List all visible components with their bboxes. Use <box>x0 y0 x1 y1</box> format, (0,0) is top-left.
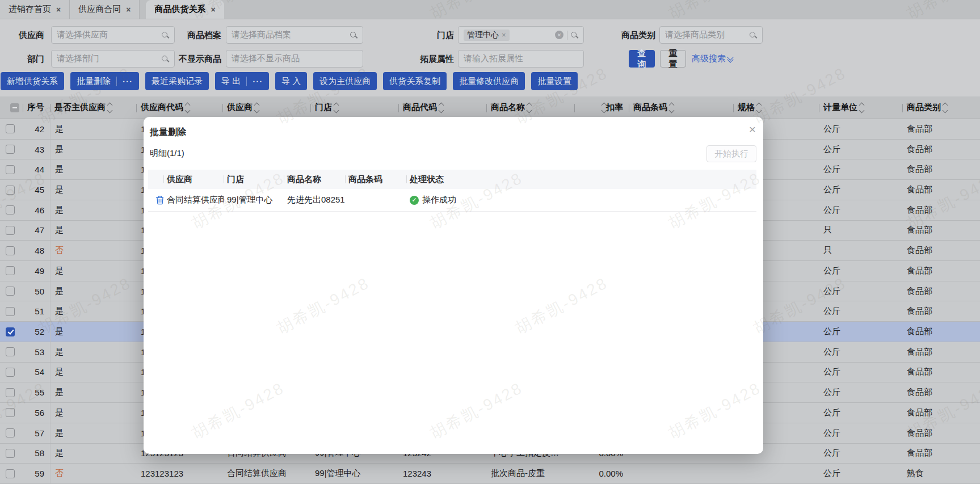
batch-modify-supplier-button[interactable]: 批量修改供应商 <box>453 72 525 90</box>
sort-icon[interactable] <box>602 103 606 112</box>
col-header-label: 是否主供应商 <box>54 102 106 113</box>
cell-main: 是 <box>50 342 136 362</box>
advanced-search-link[interactable]: 高级搜索 <box>692 50 733 68</box>
modal-close-icon[interactable]: × <box>749 123 756 136</box>
tab-close-icon[interactable]: × <box>126 5 131 14</box>
sort-icon[interactable] <box>670 103 674 112</box>
row-checkbox[interactable] <box>6 307 15 316</box>
row-checkbox[interactable] <box>6 287 15 296</box>
row-checkbox-checked[interactable] <box>6 327 15 336</box>
sort-icon[interactable] <box>943 103 947 112</box>
hidden-product-placeholder: 请选择不显示商品 <box>232 53 357 64</box>
import-button[interactable]: 导 入 <box>275 72 307 90</box>
batch-delete-more-icon[interactable]: ··· <box>116 77 133 86</box>
execute-button[interactable]: 开始执行 <box>706 145 756 162</box>
sort-icon[interactable] <box>439 103 443 112</box>
clear-icon[interactable]: ✕ <box>555 31 563 39</box>
col-header-spec[interactable]: 规格 <box>733 96 819 119</box>
header-select-all-cell[interactable] <box>0 96 23 119</box>
ext-attr-field[interactable]: 请输入拓展属性 <box>458 50 584 68</box>
col-header-store[interactable]: 门店 <box>310 96 398 119</box>
modal-col-header-product_name: 商品名称 <box>284 170 345 189</box>
cell-unit: 公斤 <box>819 200 902 220</box>
batch-delete-label: 批量删除 <box>77 76 111 87</box>
row-select-cell <box>0 200 23 220</box>
row-checkbox[interactable] <box>6 266 15 275</box>
col-header-supplier[interactable]: 供应商 <box>222 96 310 119</box>
col-header-pname[interactable]: 商品名称 <box>486 96 574 119</box>
store-tag-remove-icon[interactable]: × <box>502 31 506 39</box>
sort-icon[interactable] <box>527 103 531 112</box>
category-placeholder: 请选择商品类别 <box>665 30 746 40</box>
filter-label-ext-attr: 拓展属性 <box>394 50 454 68</box>
sort-icon[interactable] <box>255 103 259 112</box>
product-file-field[interactable]: 请选择商品档案 <box>226 26 363 44</box>
cell-seq: 44 <box>23 159 50 179</box>
row-checkbox[interactable] <box>6 165 15 174</box>
store-field[interactable]: 管理中心×✕ <box>458 26 584 44</box>
select-all-checkbox-indeterminate[interactable] <box>10 103 19 112</box>
cell-seq: 47 <box>23 221 50 241</box>
department-field[interactable]: 请选择部门 <box>51 50 175 68</box>
tab-label: 供应商合同 <box>78 4 121 15</box>
row-checkbox[interactable] <box>6 388 15 397</box>
export-button[interactable]: 导 出··· <box>215 72 269 90</box>
search-button[interactable]: 查 询 <box>629 50 655 68</box>
search-icon[interactable] <box>750 31 757 39</box>
recent-purchase-button[interactable]: 最近采购记录 <box>145 72 209 90</box>
tab-close-icon[interactable]: × <box>56 5 61 14</box>
row-checkbox[interactable] <box>6 347 15 356</box>
cell-unit: 公斤 <box>819 261 902 281</box>
col-header-category[interactable]: 商品类别 <box>902 96 980 119</box>
tab-1[interactable]: 进销存首页 × <box>0 0 70 19</box>
search-icon[interactable] <box>571 31 578 39</box>
tab-2[interactable]: 供应商合同 × <box>70 0 140 19</box>
sort-icon[interactable] <box>108 103 112 112</box>
sort-icon[interactable] <box>186 103 190 112</box>
filter-bar: 查 询 重 置 高级搜索 供应商请选择供应商商品档案请选择商品档案门店管理中心×… <box>0 23 980 71</box>
trash-icon[interactable] <box>155 195 163 205</box>
row-checkbox[interactable] <box>6 469 15 478</box>
col-header-code[interactable]: 供应商代码 <box>136 96 222 119</box>
row-checkbox[interactable] <box>6 408 15 417</box>
row-checkbox[interactable] <box>6 368 15 377</box>
batch-setting-button[interactable]: 批量设置 <box>531 72 578 90</box>
col-header-pcode[interactable]: 商品代码 <box>398 96 486 119</box>
search-icon[interactable] <box>350 31 357 39</box>
search-icon[interactable] <box>162 31 169 39</box>
row-checkbox[interactable] <box>6 145 15 154</box>
sort-icon[interactable] <box>860 103 864 112</box>
tab-close-icon[interactable]: × <box>211 5 215 14</box>
add-supply-relation-button[interactable]: 新增供货关系 <box>1 72 64 90</box>
cell-category: 食品部 <box>902 200 980 220</box>
row-checkbox[interactable] <box>6 205 15 214</box>
row-checkbox[interactable] <box>6 226 15 235</box>
hidden-product-field[interactable]: 请选择不显示商品 <box>226 50 363 68</box>
cell-main: 是 <box>50 140 136 159</box>
col-header-rate[interactable]: 扣率 <box>574 96 629 119</box>
product-file-placeholder: 请选择商品档案 <box>232 30 347 40</box>
filter-label-store: 门店 <box>394 26 454 44</box>
row-checkbox[interactable] <box>6 449 15 458</box>
row-checkbox[interactable] <box>6 124 15 133</box>
tab-3[interactable]: 商品供货关系 × <box>146 0 224 19</box>
set-main-supplier-button[interactable]: 设为主供应商 <box>313 72 377 90</box>
col-header-label: 计量单位 <box>823 102 857 113</box>
table-row-59[interactable]: 59否123123123合同结算供应商99|管理中心123243批次商品-皮重0… <box>0 464 980 484</box>
sort-icon[interactable] <box>334 103 338 112</box>
row-checkbox[interactable] <box>6 186 15 195</box>
col-header-seq[interactable]: 序号 <box>23 96 50 119</box>
col-header-main[interactable]: 是否主供应商 <box>50 96 136 119</box>
export-more-icon[interactable]: ··· <box>246 77 263 86</box>
sort-icon[interactable] <box>757 103 761 112</box>
search-icon[interactable] <box>162 55 169 63</box>
row-checkbox[interactable] <box>6 246 15 255</box>
reset-button[interactable]: 重 置 <box>660 50 686 68</box>
copy-supply-relation-button[interactable]: 供货关系复制 <box>383 72 447 90</box>
supplier-field[interactable]: 请选择供应商 <box>51 26 175 44</box>
col-header-unit[interactable]: 计量单位 <box>819 96 902 119</box>
category-field[interactable]: 请选择商品类别 <box>659 26 763 44</box>
batch-delete-button[interactable]: 批量删除··· <box>70 72 139 90</box>
col-header-barcode[interactable]: 商品条码 <box>629 96 733 119</box>
row-checkbox[interactable] <box>6 428 15 437</box>
